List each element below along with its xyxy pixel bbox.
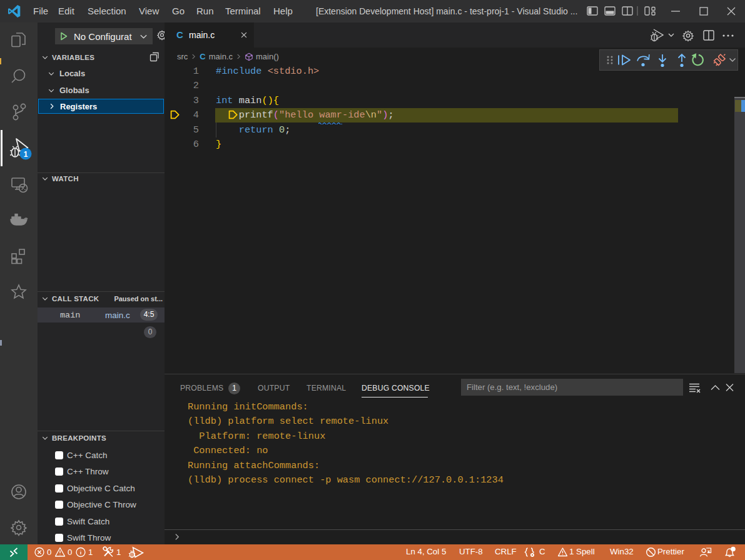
svg-text:1: 1 bbox=[88, 548, 93, 557]
svg-text:1: 1 bbox=[116, 548, 121, 557]
svg-text:0: 0 bbox=[47, 548, 51, 557]
svg-text:1: 1 bbox=[24, 150, 28, 159]
svg-text:0: 0 bbox=[68, 548, 72, 557]
